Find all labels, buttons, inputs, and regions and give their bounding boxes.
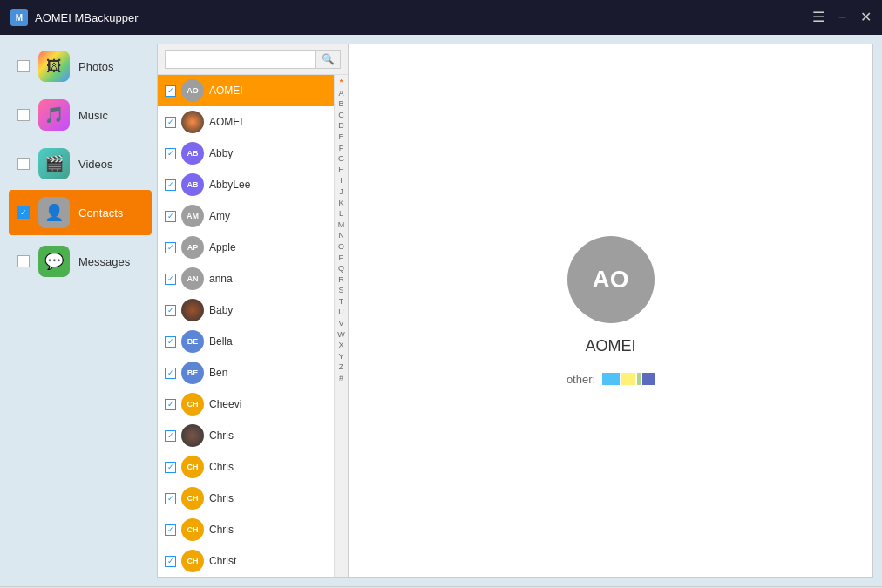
contact-item[interactable]: ✓CHChris [158,514,334,545]
contact-checkbox[interactable]: ✓ [165,117,176,128]
contact-item[interactable]: ✓ABAbbyLee [158,169,334,200]
title-bar: M AOMEI MBackupper ☰ − ✕ [0,0,882,35]
sidebar-item-contacts[interactable]: ✓ 👤 Contacts [9,190,152,235]
contact-checkbox[interactable]: ✓ [165,148,176,159]
contact-name: AOMEI [209,116,327,128]
alpha-letter[interactable]: I [340,175,343,186]
photos-icon: 🖼 [38,51,70,82]
contacts-checkbox[interactable]: ✓ [17,206,30,219]
alpha-letter[interactable]: T [339,296,344,308]
other-label: other: [567,373,595,386]
alpha-letter[interactable]: L [339,208,343,220]
alpha-letter[interactable]: O [338,241,344,253]
contact-checkbox[interactable]: ✓ [165,430,176,442]
messages-label: Messages [78,255,130,268]
alpha-letter[interactable]: # [339,373,343,384]
alpha-letter[interactable]: A [338,88,343,99]
contact-item[interactable]: ✓CHChris [158,451,334,483]
alpha-letter[interactable]: C [338,110,344,121]
color-block [621,373,635,385]
contact-checkbox[interactable]: ✓ [165,211,176,222]
contact-name: Christ [209,555,327,567]
alpha-letter[interactable]: P [338,253,343,264]
contact-avatar: CH [181,393,204,416]
contact-item[interactable]: ✓AOMEI [158,106,334,138]
alpha-letter[interactable]: Q [338,263,344,274]
alpha-letter[interactable]: M [338,220,345,231]
contact-checkbox[interactable]: ✓ [165,274,176,285]
contact-name: Bella [209,335,327,348]
contact-avatar: AN [181,267,204,290]
alpha-letter[interactable]: B [338,98,343,110]
contact-checkbox[interactable]: ✓ [165,336,176,348]
sidebar-item-videos[interactable]: 🎬 Videos [9,141,152,186]
alpha-letter[interactable]: H [338,165,344,176]
contact-checkbox[interactable]: ✓ [165,493,176,504]
color-block [642,373,655,385]
contact-checkbox[interactable]: ✓ [165,399,176,410]
messages-checkbox[interactable] [17,255,30,267]
contact-item[interactable]: ✓Baby [158,294,334,326]
contact-avatar: CH [181,518,204,541]
color-bar [602,373,655,385]
contact-item[interactable]: ✓AOAOMEI [158,75,334,106]
contact-item[interactable]: ✓ABAbby [158,138,334,169]
contact-item[interactable]: ✓ANanna [158,263,334,294]
search-button[interactable]: 🔍 [316,50,341,69]
contact-item[interactable]: ✓APApple [158,232,334,263]
alpha-letter[interactable]: R [338,274,344,286]
sidebar-item-music[interactable]: 🎵 Music [9,92,152,138]
alpha-letter[interactable]: S [338,285,343,296]
contact-item[interactable]: ✓Chris [158,420,334,451]
contact-item[interactable]: ✓CHChrist [158,545,334,577]
minimize-icon[interactable]: − [838,10,846,24]
sidebar-item-messages[interactable]: 💬 Messages [9,239,152,284]
contact-item[interactable]: ✓CHChris [158,483,334,514]
contact-avatar: BE [181,362,204,384]
contact-checkbox[interactable]: ✓ [165,556,176,567]
alpha-letter[interactable]: U [338,307,344,318]
alpha-letter[interactable]: V [338,318,343,329]
alpha-letter[interactable]: N [338,230,344,241]
contact-checkbox[interactable]: ✓ [165,242,176,253]
alpha-bar[interactable]: *ABCDEFGHIJKLMNOPQRSTUVWXYZ# [334,75,348,577]
alpha-letter[interactable]: E [338,132,343,143]
contact-name: Ben [209,367,327,379]
contact-avatar: CH [181,456,204,478]
contact-item[interactable]: ✓BEBen [158,357,334,389]
contact-name: Amy [209,210,327,222]
contact-checkbox[interactable]: ✓ [165,305,176,316]
photos-checkbox[interactable] [17,60,30,72]
contact-name: Apple [209,241,327,253]
alpha-letter[interactable]: Y [338,351,343,362]
alpha-letter[interactable]: Z [339,362,344,373]
alpha-letter[interactable]: K [338,198,343,209]
contact-avatar [181,299,204,321]
contact-checkbox[interactable]: ✓ [165,524,176,536]
alpha-letter[interactable]: X [338,340,343,351]
contact-name: AOMEI [209,84,327,97]
contact-item[interactable]: ✓AMAmy [158,200,334,232]
alpha-letter[interactable]: F [339,143,344,154]
close-icon[interactable]: ✕ [860,10,872,24]
contact-checkbox[interactable]: ✓ [165,85,176,97]
sidebar-item-photos[interactable]: 🖼 Photos [9,44,152,89]
alpha-letter[interactable]: G [338,153,344,165]
contact-list: ✓AOAOMEI✓AOMEI✓ABAbby✓ABAbbyLee✓AMAmy✓AP… [158,75,334,577]
videos-checkbox[interactable] [17,158,30,170]
alpha-letter[interactable]: * [340,77,343,88]
contact-checkbox[interactable]: ✓ [165,462,176,473]
contact-item[interactable]: ✓BEBella [158,326,334,357]
detail-avatar: AO [567,236,655,323]
contact-avatar: AM [181,205,204,227]
music-checkbox[interactable] [17,109,30,121]
contact-item[interactable]: ✓CHCheevi [158,389,334,420]
contact-name: anna [209,273,327,285]
alpha-letter[interactable]: W [337,329,345,341]
alpha-letter[interactable]: J [339,186,343,198]
menu-icon[interactable]: ☰ [812,10,824,24]
contact-checkbox[interactable]: ✓ [165,368,176,379]
alpha-letter[interactable]: D [338,120,344,132]
search-input[interactable] [165,50,316,69]
contact-checkbox[interactable]: ✓ [165,179,176,191]
